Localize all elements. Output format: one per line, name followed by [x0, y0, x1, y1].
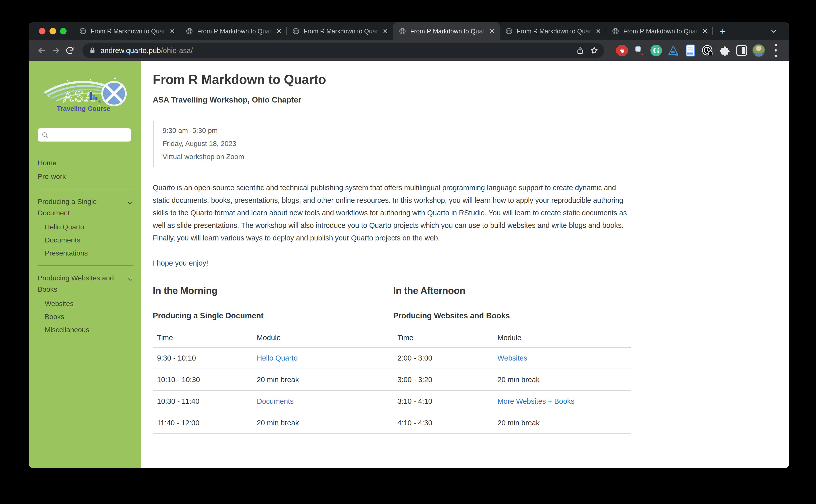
tab-3[interactable]: From R Markdown to Quar ✕ [287, 22, 393, 40]
tab-title: From R Markdown to Quar [197, 28, 275, 35]
url-path: /ohio-asa/ [161, 46, 193, 55]
morning-subheading: Producing a Single Document [153, 311, 393, 320]
break-cell: 20 min break [252, 412, 393, 434]
asa-traveling-course-logo[interactable]: ASA ® Traveling Course [42, 73, 130, 118]
tab-6[interactable]: From R Markdown to Quar ✕ [606, 22, 713, 40]
tabs: From R Markdown to Quar ✕ From R Markdow… [74, 22, 713, 40]
sidebar-item-miscellaneous[interactable]: Miscellaneous [45, 323, 133, 336]
workshop-date: Friday, August 18, 2023 [163, 137, 789, 150]
forward-button[interactable] [49, 43, 63, 58]
module-link-more-websites-books[interactable]: More Websites + Books [497, 397, 575, 405]
tab-close-icon[interactable]: ✕ [168, 27, 177, 35]
sidebar-item-home[interactable]: Home [38, 156, 133, 170]
sidebar-search[interactable] [38, 128, 131, 142]
sidebar-nav: Home Pre-work Producing a Single Documen… [38, 156, 133, 336]
session-lock-extension-icon[interactable] [700, 43, 715, 58]
table-row: 10:30 - 11:40 Documents 3:10 - 4:10 More… [153, 390, 631, 412]
extensions-puzzle-icon[interactable] [717, 43, 732, 58]
time-cell: 9:30 - 10:10 [153, 347, 252, 369]
time-cell: 3:10 - 4:10 [393, 390, 493, 412]
url-host: andrew.quarto.pub [100, 46, 161, 55]
lock-icon [89, 47, 96, 54]
logo-subtitle-text: Traveling Course [57, 105, 110, 112]
page-subtitle: ASA Travelling Workshop, Ohio Chapter [153, 95, 789, 105]
schedule-table: Time Module Time Module 9:30 - 10:10 Hel… [153, 328, 631, 434]
afternoon-column: In the Afternoon Producing Websites and … [393, 285, 631, 320]
workshop-time: 9:30 am -5:30 pm [163, 124, 789, 137]
module-link-documents[interactable]: Documents [257, 397, 294, 405]
page-title: From R Markdown to Quarto [153, 72, 789, 87]
tab-title: From R Markdown to Quar [623, 28, 701, 35]
sidebar-section-websites-books[interactable]: Producing Websites and Books [38, 271, 133, 297]
tab-close-icon[interactable]: ✕ [701, 27, 709, 35]
afternoon-heading: In the Afternoon [393, 285, 631, 296]
globe-favicon-icon [505, 27, 513, 35]
new-tab-button[interactable]: + [715, 24, 730, 39]
sidebar-item-books[interactable]: Books [45, 310, 133, 323]
main-article: From R Markdown to Quarto ASA Travelling… [141, 61, 789, 468]
tab-4-active[interactable]: From R Markdown to Quar ✕ [393, 22, 500, 40]
chevron-down-icon[interactable] [127, 276, 133, 284]
table-row: 10:10 - 10:30 20 min break 3:00 - 3:20 2… [153, 369, 631, 390]
morning-column: In the Morning Producing a Single Docume… [153, 285, 393, 320]
bookmark-star-button[interactable] [587, 43, 601, 58]
tab-search-chevron-icon[interactable] [765, 27, 783, 35]
extension-icons: G ax ••• [615, 43, 783, 58]
sidebar-section-single-document[interactable]: Producing a Single Document [38, 195, 133, 220]
sidebar-item-websites[interactable]: Websites [45, 297, 133, 310]
tab-title: From R Markdown to Quar [517, 28, 594, 35]
tab-close-icon[interactable]: ✕ [381, 27, 390, 35]
magnifier-extension-icon[interactable] [632, 43, 646, 58]
sidebar-item-prework[interactable]: Pre-work [38, 170, 133, 183]
chrome-menu-button[interactable]: ••• [769, 43, 783, 58]
docs-extension-icon[interactable] [683, 43, 698, 58]
sidebar-item-presentations[interactable]: Presentations [45, 247, 133, 260]
search-input[interactable] [51, 131, 136, 139]
table-row: 9:30 - 10:10 Hello Quarto 2:00 - 3:00 We… [153, 347, 631, 369]
traffic-lights [29, 28, 74, 34]
share-button[interactable] [573, 43, 587, 58]
window-minimize-button[interactable] [49, 28, 56, 34]
tab-close-icon[interactable]: ✕ [275, 27, 283, 35]
break-cell: 20 min break [493, 412, 631, 434]
back-button[interactable] [35, 43, 49, 58]
tab-close-icon[interactable]: ✕ [488, 27, 496, 35]
side-panel-icon[interactable] [734, 43, 749, 58]
grammarly-extension-icon[interactable]: G [649, 43, 664, 58]
sidebar: ASA ® Traveling Course Home Pre-work Pro… [29, 61, 141, 468]
tab-5[interactable]: From R Markdown to Quar ✕ [500, 22, 606, 40]
globe-favicon-icon [186, 27, 193, 35]
chevron-down-icon[interactable] [127, 200, 133, 208]
schedule-headings: In the Morning Producing a Single Docume… [153, 285, 631, 320]
col-header-module: Module [493, 328, 631, 347]
time-cell: 11:40 - 12:00 [153, 412, 252, 434]
enjoy-line: I hope you enjoy! [153, 257, 789, 269]
sidebar-divider [38, 189, 133, 189]
search-icon [41, 131, 48, 138]
tab-2[interactable]: From R Markdown to Quar ✕ [180, 22, 287, 40]
sidebar-divider [38, 265, 133, 266]
module-link-hello-quarto[interactable]: Hello Quarto [257, 354, 298, 362]
window-zoom-button[interactable] [60, 28, 67, 34]
afternoon-subheading: Producing Websites and Books [393, 311, 631, 320]
globe-favicon-icon [612, 27, 619, 35]
profile-avatar[interactable] [751, 43, 766, 58]
sidebar-section-label: Producing Websites and Books [38, 273, 121, 295]
reload-button[interactable] [63, 43, 77, 58]
sidebar-item-hello-quarto[interactable]: Hello Quarto [45, 221, 133, 234]
schedule-header-row: Time Module Time Module [153, 328, 631, 347]
address-bar[interactable]: andrew.quarto.pub/ohio-asa/ [82, 43, 604, 58]
tab-title: From R Markdown to Quar [91, 28, 168, 35]
tab-title: From R Markdown to Quar [304, 28, 381, 35]
module-link-websites[interactable]: Websites [497, 354, 527, 362]
window-close-button[interactable] [39, 28, 45, 34]
axe-devtools-extension-icon[interactable]: ax [666, 43, 681, 58]
time-cell: 2:00 - 3:00 [393, 347, 493, 369]
sidebar-item-documents[interactable]: Documents [45, 234, 133, 247]
tab-1[interactable]: From R Markdown to Quar ✕ [74, 22, 180, 40]
col-header-time: Time [153, 328, 252, 347]
tab-close-icon[interactable]: ✕ [594, 27, 603, 35]
time-cell: 3:00 - 3:20 [393, 369, 493, 390]
col-header-time: Time [393, 328, 493, 347]
adblock-extension-icon[interactable] [615, 43, 629, 58]
